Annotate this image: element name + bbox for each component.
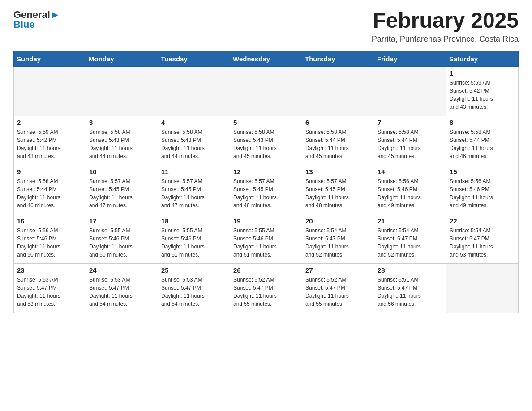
day-info: Sunrise: 5:53 AM Sunset: 5:47 PM Dayligh… (89, 276, 154, 308)
day-number: 7 (378, 119, 443, 126)
day-number: 21 (378, 217, 443, 225)
calendar-cell: 17Sunrise: 5:55 AM Sunset: 5:46 PM Dayli… (86, 214, 158, 263)
day-info: Sunrise: 5:52 AM Sunset: 5:47 PM Dayligh… (233, 276, 299, 308)
day-number: 15 (450, 168, 515, 176)
weekday-header-monday: Monday (86, 51, 158, 66)
week-row-4: 16Sunrise: 5:56 AM Sunset: 5:46 PM Dayli… (14, 214, 519, 263)
calendar-cell (158, 66, 230, 116)
calendar-cell (86, 66, 158, 116)
logo-blue-text: Blue (13, 19, 35, 30)
day-number: 19 (233, 217, 299, 225)
calendar-cell: 20Sunrise: 5:54 AM Sunset: 5:47 PM Dayli… (302, 214, 374, 263)
calendar-cell: 14Sunrise: 5:56 AM Sunset: 5:46 PM Dayli… (374, 165, 446, 214)
week-row-5: 23Sunrise: 5:53 AM Sunset: 5:47 PM Dayli… (14, 263, 519, 313)
day-info: Sunrise: 5:56 AM Sunset: 5:46 PM Dayligh… (378, 177, 443, 210)
calendar-cell (14, 66, 86, 116)
day-number: 5 (233, 119, 299, 126)
weekday-header-row: SundayMondayTuesdayWednesdayThursdayFrid… (14, 51, 519, 66)
day-info: Sunrise: 5:54 AM Sunset: 5:47 PM Dayligh… (450, 227, 515, 259)
calendar-cell: 28Sunrise: 5:51 AM Sunset: 5:47 PM Dayli… (374, 263, 446, 313)
calendar-table: SundayMondayTuesdayWednesdayThursdayFrid… (13, 51, 519, 313)
day-number: 17 (89, 217, 154, 225)
day-info: Sunrise: 5:58 AM Sunset: 5:44 PM Dayligh… (305, 128, 371, 160)
weekday-header-thursday: Thursday (302, 51, 374, 66)
calendar-title: February 2025 (372, 9, 519, 33)
day-number: 10 (89, 168, 154, 176)
calendar-cell: 13Sunrise: 5:57 AM Sunset: 5:45 PM Dayli… (302, 165, 374, 214)
calendar-cell: 16Sunrise: 5:56 AM Sunset: 5:46 PM Dayli… (14, 214, 86, 263)
weekday-header-sunday: Sunday (14, 51, 86, 66)
calendar-cell: 8Sunrise: 5:58 AM Sunset: 5:44 PM Daylig… (446, 116, 519, 165)
day-info: Sunrise: 5:58 AM Sunset: 5:44 PM Dayligh… (17, 177, 82, 210)
day-number: 13 (305, 168, 371, 176)
calendar-cell: 18Sunrise: 5:55 AM Sunset: 5:46 PM Dayli… (158, 214, 230, 263)
day-number: 4 (161, 119, 227, 126)
day-number: 11 (161, 168, 227, 176)
calendar-cell: 10Sunrise: 5:57 AM Sunset: 5:45 PM Dayli… (86, 165, 158, 214)
logo: General Blue (13, 9, 59, 30)
day-number: 27 (305, 266, 371, 274)
calendar-cell (374, 66, 446, 116)
calendar-cell: 9Sunrise: 5:58 AM Sunset: 5:44 PM Daylig… (14, 165, 86, 214)
calendar-cell: 6Sunrise: 5:58 AM Sunset: 5:44 PM Daylig… (302, 116, 374, 165)
day-info: Sunrise: 5:57 AM Sunset: 5:45 PM Dayligh… (89, 177, 154, 210)
calendar-cell: 1Sunrise: 5:59 AM Sunset: 5:42 PM Daylig… (446, 66, 519, 116)
day-info: Sunrise: 5:58 AM Sunset: 5:44 PM Dayligh… (450, 128, 515, 160)
calendar-cell (230, 66, 302, 116)
day-info: Sunrise: 5:58 AM Sunset: 5:44 PM Dayligh… (378, 128, 443, 160)
day-number: 12 (233, 168, 299, 176)
calendar-cell: 23Sunrise: 5:53 AM Sunset: 5:47 PM Dayli… (14, 263, 86, 313)
day-number: 23 (17, 266, 82, 274)
logo-triangle-icon (51, 11, 59, 19)
calendar-cell: 7Sunrise: 5:58 AM Sunset: 5:44 PM Daylig… (374, 116, 446, 165)
day-info: Sunrise: 5:59 AM Sunset: 5:42 PM Dayligh… (450, 79, 515, 111)
calendar-cell: 25Sunrise: 5:53 AM Sunset: 5:47 PM Dayli… (158, 263, 230, 313)
day-info: Sunrise: 5:53 AM Sunset: 5:47 PM Dayligh… (161, 276, 227, 308)
day-number: 14 (378, 168, 443, 176)
week-row-1: 1Sunrise: 5:59 AM Sunset: 5:42 PM Daylig… (14, 66, 519, 116)
calendar-cell: 4Sunrise: 5:58 AM Sunset: 5:43 PM Daylig… (158, 116, 230, 165)
day-number: 6 (305, 119, 371, 126)
day-number: 16 (17, 217, 82, 225)
calendar-cell: 21Sunrise: 5:54 AM Sunset: 5:47 PM Dayli… (374, 214, 446, 263)
day-number: 26 (233, 266, 299, 274)
day-info: Sunrise: 5:59 AM Sunset: 5:42 PM Dayligh… (17, 128, 82, 160)
title-section: February 2025 Parrita, Puntarenas Provin… (372, 9, 519, 44)
day-number: 8 (450, 119, 515, 126)
day-info: Sunrise: 5:54 AM Sunset: 5:47 PM Dayligh… (305, 227, 371, 259)
calendar-cell: 12Sunrise: 5:57 AM Sunset: 5:45 PM Dayli… (230, 165, 302, 214)
day-info: Sunrise: 5:55 AM Sunset: 5:46 PM Dayligh… (89, 227, 154, 259)
week-row-3: 9Sunrise: 5:58 AM Sunset: 5:44 PM Daylig… (14, 165, 519, 214)
day-info: Sunrise: 5:57 AM Sunset: 5:45 PM Dayligh… (305, 177, 371, 210)
calendar-subtitle: Parrita, Puntarenas Province, Costa Rica (372, 34, 519, 44)
day-info: Sunrise: 5:52 AM Sunset: 5:47 PM Dayligh… (305, 276, 371, 308)
day-number: 28 (378, 266, 443, 274)
day-number: 22 (450, 217, 515, 225)
calendar-cell: 22Sunrise: 5:54 AM Sunset: 5:47 PM Dayli… (446, 214, 519, 263)
day-info: Sunrise: 5:57 AM Sunset: 5:45 PM Dayligh… (233, 177, 299, 210)
svg-marker-0 (52, 12, 58, 18)
weekday-header-wednesday: Wednesday (230, 51, 302, 66)
weekday-header-friday: Friday (374, 51, 446, 66)
calendar-cell: 27Sunrise: 5:52 AM Sunset: 5:47 PM Dayli… (302, 263, 374, 313)
calendar-cell: 3Sunrise: 5:58 AM Sunset: 5:43 PM Daylig… (86, 116, 158, 165)
day-number: 24 (89, 266, 154, 274)
calendar-cell: 15Sunrise: 5:56 AM Sunset: 5:46 PM Dayli… (446, 165, 519, 214)
calendar-cell: 26Sunrise: 5:52 AM Sunset: 5:47 PM Dayli… (230, 263, 302, 313)
calendar-cell: 2Sunrise: 5:59 AM Sunset: 5:42 PM Daylig… (14, 116, 86, 165)
calendar-cell: 24Sunrise: 5:53 AM Sunset: 5:47 PM Dayli… (86, 263, 158, 313)
day-number: 18 (161, 217, 227, 225)
day-number: 3 (89, 119, 154, 126)
day-info: Sunrise: 5:51 AM Sunset: 5:47 PM Dayligh… (378, 276, 443, 308)
day-info: Sunrise: 5:55 AM Sunset: 5:46 PM Dayligh… (233, 227, 299, 259)
calendar-cell (446, 263, 519, 313)
day-number: 9 (17, 168, 82, 176)
day-info: Sunrise: 5:56 AM Sunset: 5:46 PM Dayligh… (450, 177, 515, 210)
day-info: Sunrise: 5:54 AM Sunset: 5:47 PM Dayligh… (378, 227, 443, 259)
day-number: 2 (17, 119, 82, 126)
day-info: Sunrise: 5:58 AM Sunset: 5:43 PM Dayligh… (161, 128, 227, 160)
day-info: Sunrise: 5:53 AM Sunset: 5:47 PM Dayligh… (17, 276, 82, 308)
calendar-cell: 19Sunrise: 5:55 AM Sunset: 5:46 PM Dayli… (230, 214, 302, 263)
weekday-header-tuesday: Tuesday (158, 51, 230, 66)
weekday-header-saturday: Saturday (446, 51, 519, 66)
